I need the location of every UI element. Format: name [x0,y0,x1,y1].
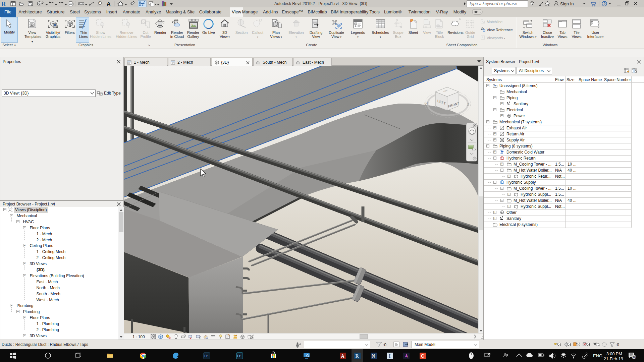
svg-text:Lr: Lr [237,354,240,358]
svg-text:N: N [372,354,375,359]
svg-text:C: C [421,353,424,359]
svg-text:?: ? [603,2,606,6]
svg-text:A: A [341,354,345,359]
svg-text:3:00 PM: 3:00 PM [606,352,622,356]
svg-text:1: 1 [99,2,101,5]
svg-text::0: :0 [383,343,386,347]
svg-text:R: R [356,354,359,359]
svg-text:20: 20 [633,356,636,359]
svg-text:9: 9 [199,337,201,340]
svg-text:I: I [389,354,390,359]
svg-text:A: A [107,1,111,7]
svg-text:21-Feb-19: 21-Feb-19 [604,357,623,361]
svg-text:ENG: ENG [593,353,602,358]
svg-text:R: R [1,0,6,7]
svg-text::0: :0 [616,343,619,347]
svg-text:Sign In: Sign In [560,1,574,6]
svg-text:?: ? [494,84,496,88]
svg-text:Type a keyword or phrase: Type a keyword or phrase [469,1,517,6]
svg-text:Lr: Lr [204,354,208,358]
